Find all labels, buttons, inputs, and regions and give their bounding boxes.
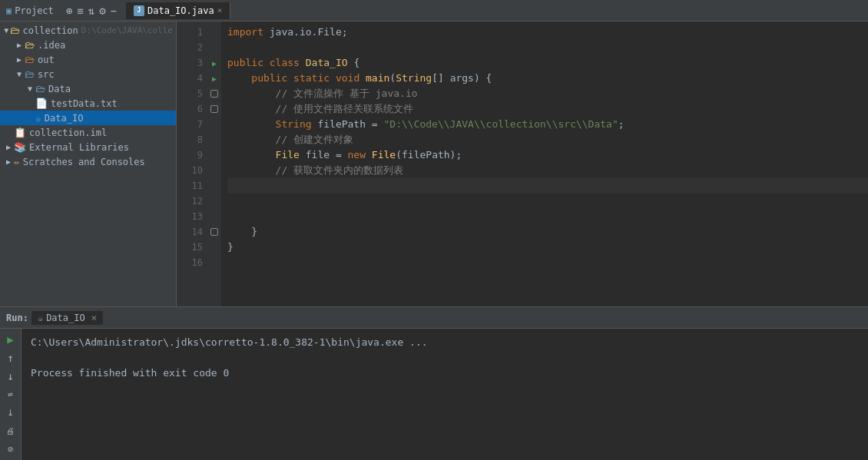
gutter-6 [207,101,221,117]
editor-area: 1 2 3 4 5 6 7 8 9 10 11 12 13 14 15 16 [177,22,868,306]
run-label: Run: [6,313,28,323]
out-label: out [38,55,55,65]
project-label: ▣ Project [6,5,54,16]
code-line-8: // 创建文件对象 [227,132,868,147]
line-num-4: 4 [177,71,203,86]
iml-file-icon: 📋 [14,127,26,138]
sidebar-item-src[interactable]: ▼ 🗁 src [0,67,176,81]
scroll-up-button[interactable]: ↑ [2,350,19,366]
output-line-1: C:\Users\Administrator\.jdks\corretto-1.… [31,335,859,350]
gutter-16 [207,255,221,270]
bottom-tab-data-io[interactable]: ☕ Data_IO × [31,311,103,325]
line-num-10: 10 [177,163,203,178]
sidebar-item-data[interactable]: ▼ 🗁 Data [0,81,176,96]
src-label: src [38,69,55,80]
line-num-3: 3 [177,55,203,71]
sidebar-item-testdata[interactable]: 📄 testData.txt [0,96,176,111]
title-bar-icons: ⊕ ≡ ⇅ ⚙ − [66,5,117,17]
code-line-12 [227,194,868,209]
minimize-icon[interactable]: − [111,5,117,17]
clear-button[interactable]: ⊘ [2,442,19,457]
add-icon[interactable]: ⊕ [66,5,72,17]
code-line-13 [227,209,868,224]
expand-arrow-idea: ▶ [14,41,25,49]
run-arrow-3[interactable]: ▶ [212,59,217,68]
bottom-tab-label: Data_IO [46,313,85,323]
scratches-label: Scratches and Consoles [23,157,145,167]
code-line-16 [227,255,868,270]
gutter-15 [207,240,221,255]
sidebar-item-collection[interactable]: ▼ 🗁 collection D:\Code\JAVA\colle [0,23,176,38]
collection-label: collection [23,25,78,36]
expand-arrow-scratches: ▶ [3,157,14,166]
line-num-14: 14 [177,224,203,240]
testdata-label: testData.txt [51,98,118,109]
code-line-7: String filePath = "D:\\Code\\JAVA\\colle… [227,117,868,132]
line-num-8: 8 [177,132,203,147]
gutter-7 [207,117,221,132]
breakpoint-6[interactable] [210,105,218,113]
java-icon: ☕ [35,112,41,124]
wrap-button[interactable]: ⇌ [2,387,19,402]
code-line-15: } [227,240,868,255]
gutter-5 [207,86,221,101]
collection-folder-icon: 🗁 [10,25,20,36]
expand-arrow-data: ▼ [25,84,35,93]
scratches-icon: ✏ [14,156,20,167]
breakpoint-14[interactable] [210,228,218,236]
out-folder-icon: 🗁 [25,54,35,65]
code-line-5: // 文件流操作 基于 java.io [227,86,868,101]
sort-icon[interactable]: ⇅ [88,5,94,17]
print-button[interactable]: 🖨 [2,423,19,438]
run-button[interactable]: ▶ [2,332,19,347]
java-file-icon: J [134,5,144,16]
bottom-toolbar: ▶ ↑ ↓ ⇌ ⤓ 🖨 ⊘ [0,329,22,460]
code-line-10: // 获取文件夹内的数据列表 [227,163,868,178]
settings-icon[interactable]: ⚙ [99,5,105,17]
bottom-content: ▶ ↑ ↓ ⇌ ⤓ 🖨 ⊘ C:\Users\Administrator\.jd… [0,329,868,460]
src-folder-icon: 🗁 [25,68,35,80]
scroll-lock-button[interactable]: ⤓ [2,405,19,420]
code-container[interactable]: 1 2 3 4 5 6 7 8 9 10 11 12 13 14 15 16 [177,22,868,306]
code-line-14: } [227,224,868,240]
sidebar-item-idea[interactable]: ▶ 🗁 .idea [0,38,176,52]
list-icon[interactable]: ≡ [77,5,83,17]
breakpoint-5[interactable] [210,90,218,98]
code-line-9: File file = new File(filePath); [227,147,868,163]
collection-path: D:\Code\JAVA\colle [81,25,173,35]
run-arrow-4[interactable]: ▶ [212,74,217,83]
bottom-tab-close[interactable]: × [91,313,97,323]
gutter: ▶ ▶ [207,22,221,306]
sidebar-item-iml[interactable]: 📋 collection.iml [0,125,176,140]
gutter-3: ▶ [207,55,221,71]
gutter-8 [207,132,221,147]
tab-close-button[interactable]: × [217,5,223,15]
scroll-down-button[interactable]: ↓ [2,369,19,384]
line-numbers: 1 2 3 4 5 6 7 8 9 10 11 12 13 14 15 16 [177,22,207,306]
data-folder-icon: 🗁 [35,83,45,94]
line-num-5: 5 [177,86,203,101]
sidebar-item-data-io[interactable]: ☕ Data_IO [0,111,176,125]
sidebar-item-ext-libs[interactable]: ▶ 📚 External Libraries [0,140,176,154]
sidebar-item-out[interactable]: ▶ 🗁 out [0,52,176,67]
editor-tab-data-io[interactable]: J Data_IO.java × [126,2,230,19]
run-output: C:\Users\Administrator\.jdks\corretto-1.… [22,329,868,460]
code-lines[interactable]: import java.io.File; public class Data_I… [221,22,868,306]
gutter-1 [207,25,221,40]
sidebar-item-scratches[interactable]: ▶ ✏ Scratches and Consoles [0,154,176,169]
project-icon: ▣ [6,5,12,16]
code-line-11 [227,178,868,194]
line-num-6: 6 [177,101,203,117]
line-num-2: 2 [177,40,203,55]
title-bar: ▣ Project ⊕ ≡ ⇅ ⚙ − J Data_IO.java × [0,0,868,22]
idea-label: .idea [38,40,65,51]
expand-arrow-ext: ▶ [3,143,14,151]
gutter-2 [207,40,221,55]
bottom-panel: Run: ☕ Data_IO × ▶ ↑ ↓ ⇌ ⤓ 🖨 ⊘ C:\Users\… [0,306,868,460]
line-num-15: 15 [177,240,203,255]
line-num-11: 11 [177,178,203,194]
output-line-2 [31,350,859,366]
code-line-6: // 使用文件路径关联系统文件 [227,101,868,117]
idea-folder-icon: 🗁 [25,39,35,51]
txt-file-icon: 📄 [35,98,48,109]
